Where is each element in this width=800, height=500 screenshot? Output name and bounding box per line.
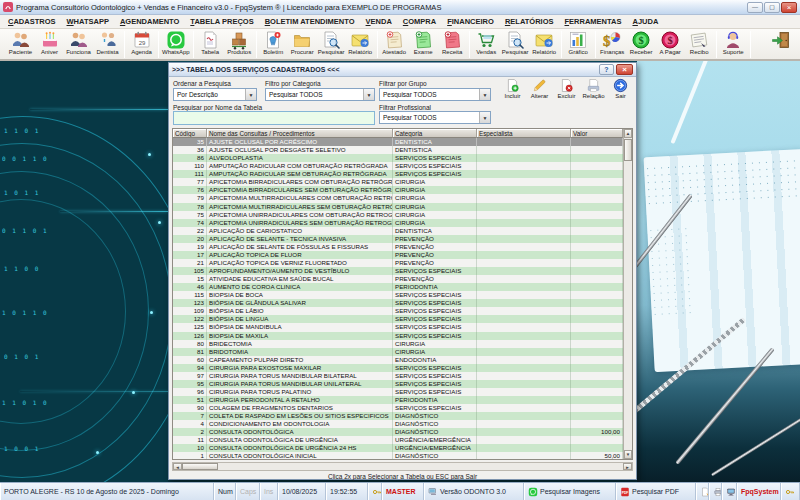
- column-header-valor[interactable]: Valor: [571, 129, 623, 138]
- category-select[interactable]: Pesquisar TODOS: [265, 88, 375, 101]
- menu-item-compra[interactable]: COMPRA: [398, 16, 441, 27]
- toolbar-button-a-pagar[interactable]: $A Pagar: [656, 30, 685, 55]
- table-row[interactable]: 125BIÓPSIA DE MANDIBULASERVIÇOS ESPECIAI…: [173, 323, 623, 331]
- table-row[interactable]: 20APLICAÇÃO DE SELANTE - TECNICA INVASIV…: [173, 235, 623, 243]
- table-row[interactable]: 126BIOPSIA DE MAXILASERVIÇOS ESPECIAIS: [173, 332, 623, 340]
- table-row[interactable]: 51CIRURGIA PERIODONTAL A RETALHOPERIODON…: [173, 396, 623, 404]
- toolbar-button-exit-door-icon[interactable]: [767, 30, 796, 49]
- horizontal-scrollbar[interactable]: [172, 462, 633, 471]
- status-printer-icon[interactable]: [709, 483, 722, 500]
- toolbar-button-procurar[interactable]: Procurar: [288, 30, 317, 55]
- toolbar-button-atestado[interactable]: Atestado: [380, 30, 409, 55]
- table-row[interactable]: 123BIÓPSIA DE GLÂNDULA SALIVARSERVIÇOS E…: [173, 299, 623, 307]
- toolbar-button-relatorio[interactable]: Relatório: [530, 30, 559, 55]
- table-row[interactable]: 96CIRURGIA PARA TORUS PALATINOSERVIÇOS E…: [173, 388, 623, 396]
- table-row[interactable]: 60CAPEAMENTO PULPAR DIRETOENDODONTIA: [173, 356, 623, 364]
- excluir-button[interactable]: Excluir: [553, 78, 580, 99]
- status-page-icon[interactable]: [696, 483, 709, 500]
- table-name-search-input[interactable]: [173, 111, 375, 125]
- table-row[interactable]: 11CONSULTA ODONTOLÓGICA DE URGÊNCIAURGÊN…: [173, 436, 623, 444]
- menu-item-tabela-precos[interactable]: TABELA PREÇOS: [185, 16, 258, 27]
- incluir-button[interactable]: Incluir: [499, 78, 526, 99]
- scroll-up-icon[interactable]: [624, 129, 632, 138]
- table-row[interactable]: 15ATIVIDADE EDUCATIVA EM SAÚDE BUCALPREV…: [173, 275, 623, 283]
- group-select[interactable]: Pesquisar TODOS: [379, 88, 491, 101]
- table-row[interactable]: 94CIRURGIA PARA EXOSTOSE MAXILARSERVIÇOS…: [173, 364, 623, 372]
- table-row[interactable]: 95CIRURGIA PARA TORUS MANDIBULAR UNILATE…: [173, 380, 623, 388]
- horizontal-scroll-thumb[interactable]: [182, 463, 218, 470]
- table-row[interactable]: 36AJUSTE OCLUSAL POR DESGASTE SELETIVODE…: [173, 146, 623, 154]
- table-row[interactable]: 46AUMENTO DE COROA CLINICAPERIODONTIA: [173, 283, 623, 291]
- toolbar-button-receber[interactable]: $Receber: [627, 30, 656, 55]
- menu-item-whatsapp[interactable]: WHATSAPP: [62, 16, 114, 27]
- column-header-codigo[interactable]: Código: [173, 129, 207, 138]
- scroll-right-icon[interactable]: [623, 463, 632, 470]
- toolbar-button-whatsapp[interactable]: WhatsApp: [161, 30, 191, 55]
- toolbar-button-dentista[interactable]: Dentista: [93, 30, 122, 55]
- table-row[interactable]: 79APICETOMIA MULTIRRADICULARES COM OBTUR…: [173, 194, 623, 202]
- dialog-help-button[interactable]: [599, 64, 614, 75]
- maximize-button[interactable]: [764, 2, 780, 13]
- alterar-button[interactable]: Alterar: [526, 78, 553, 99]
- dialog-close-button[interactable]: [616, 64, 633, 75]
- table-row[interactable]: 2CONSULTA ODONTOLÓGICADIAGNÓSTICO100,00: [173, 428, 623, 436]
- toolbar-button-funciona[interactable]: Funciona: [64, 30, 93, 55]
- professional-select[interactable]: Pesquisar TODOS: [379, 111, 491, 124]
- toolbar-button-grafico[interactable]: Gráfico: [564, 30, 593, 55]
- table-row[interactable]: 21APLICAÇÃO TOPICA DE VERNIZ FLUORETADOP…: [173, 259, 623, 267]
- table-row[interactable]: 17APLICAÇÃO TOPICA DE FLUORPREVENÇÃO: [173, 251, 623, 259]
- sair-button[interactable]: Sair: [607, 78, 634, 99]
- table-row[interactable]: 105APROFUNDAMENTO/AUMENTO DE VESTÍBULOSE…: [173, 267, 623, 275]
- toolbar-button-vendas[interactable]: Vendas: [472, 30, 501, 55]
- table-row[interactable]: 19APLICAÇÃO DE SELANTE DE FÓSSULAS E FIS…: [173, 243, 623, 251]
- table-row[interactable]: 7COLETA DE RASPADO EM LESÕES OU SITIOS E…: [173, 412, 623, 420]
- menu-item-financeiro[interactable]: FINANCEIRO: [442, 16, 499, 27]
- toolbar-button-agenda[interactable]: 29Agenda: [127, 30, 156, 55]
- toolbar-button-aniver[interactable]: Aniver: [35, 30, 64, 55]
- status-search-pdf-button[interactable]: PDFPesquisar PDF: [616, 483, 696, 500]
- table-row[interactable]: 90COLAGEM DE FRAGMENTOS DENTARIOSSERVIÇO…: [173, 404, 623, 412]
- menu-item-relatorios[interactable]: RELATÓRIOS: [500, 16, 559, 27]
- table-row[interactable]: 75APICETOMIA UNIRRADICULARES COM OBTURAÇ…: [173, 211, 623, 219]
- order-select[interactable]: Por Descrição: [173, 88, 257, 101]
- status-search-images-button[interactable]: Pesquisar Imagens: [524, 483, 616, 500]
- toolbar-button-boletim[interactable]: Boletim: [259, 30, 288, 55]
- toolbar-button-pesquisar[interactable]: Pesquisar: [501, 30, 530, 55]
- scroll-left-icon[interactable]: [173, 463, 182, 470]
- status-monitor-icon[interactable]: [722, 483, 737, 500]
- table-row[interactable]: 109BIÓPSIA DE LÁBIOSERVIÇOS ESPECIAIS: [173, 307, 623, 315]
- toolbar-button-receita[interactable]: Receita: [438, 30, 467, 55]
- scroll-down-icon[interactable]: [624, 450, 632, 459]
- table-row[interactable]: 74APICETOMIA UNIRRADICULARES SEM OBTURAÇ…: [173, 219, 623, 227]
- minimize-button[interactable]: [747, 2, 763, 13]
- table-row[interactable]: 110AMPUTAÇÃO RADICULAR COM OBTURAÇÃO RET…: [173, 162, 623, 170]
- table-row[interactable]: 81BRIDOTOMIACIRURGIA: [173, 348, 623, 356]
- table-row[interactable]: 97CIRURGIA PARA TORUS MANDIBULAR BILATER…: [173, 372, 623, 380]
- table-row[interactable]: 76APICETOMIA BIRRADICULARES SEM OBTURAÇÃ…: [173, 186, 623, 194]
- close-button[interactable]: [781, 2, 797, 13]
- table-row[interactable]: 4CONDICIONAMENTO EM ODONTOLOGIADIAGNÓSTI…: [173, 420, 623, 428]
- column-header-categoria[interactable]: Categoria: [393, 129, 477, 138]
- menu-item-boletim-atendimento[interactable]: BOLETIM ATENDIMENTO: [260, 16, 360, 27]
- menu-item-ajuda[interactable]: AJUDA: [627, 16, 663, 27]
- toolbar-button-produtos[interactable]: Produtos: [225, 30, 254, 55]
- vertical-scrollbar[interactable]: [623, 129, 632, 459]
- toolbar-button-paciente[interactable]: Paciente: [6, 30, 35, 55]
- column-header-nome-das-consultas-procedimentos[interactable]: Nome das Consultas / Procedimentos: [207, 129, 393, 138]
- table-row[interactable]: 35AJUSTE OCLUSAL POR ACRÉSCIMODENTISTICA: [173, 138, 623, 146]
- table-row[interactable]: 10CONSULTA ODONTOLÓGICA DE URGÊNCIA 24 H…: [173, 444, 623, 452]
- toolbar-button-recibo[interactable]: Recibo: [685, 30, 714, 55]
- table-row[interactable]: 1CONSULTA ODONTOLÓGICA INICIALDIAGNÓSTIC…: [173, 452, 623, 459]
- table-row[interactable]: 22APLICAÇÃO DE CARIOSTATICODENTISTICA: [173, 227, 623, 235]
- vertical-scroll-thumb[interactable]: [624, 139, 632, 161]
- toolbar-button-tabela[interactable]: Tabela: [196, 30, 225, 55]
- table-row[interactable]: 77APICETOMIA BIRRADICULARES COM OBTURAÇÃ…: [173, 178, 623, 186]
- column-header-especialista[interactable]: Especialista: [477, 129, 571, 138]
- table-row[interactable]: 111AMPUTAÇÃO RADICULAR SEM OBTURAÇÃO RET…: [173, 170, 623, 178]
- toolbar-button-pesquisar[interactable]: Pesquisar: [317, 30, 346, 55]
- table-row[interactable]: 78APICETOMIA MULTIRRADICULARES SEM OBTUR…: [173, 203, 623, 211]
- toolbar-button-suporte[interactable]: Suporte: [719, 30, 748, 55]
- menu-item-ferramentas[interactable]: FERRAMENTAS: [560, 16, 627, 27]
- menu-item-venda[interactable]: VENDA: [361, 16, 397, 27]
- menu-item-agendamento[interactable]: AGENDAMENTO: [115, 16, 184, 27]
